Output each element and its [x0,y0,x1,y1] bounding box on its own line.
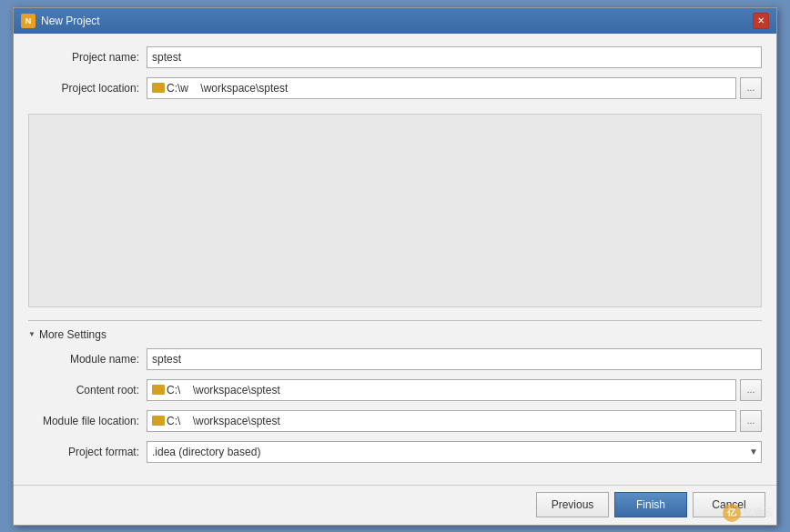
module-name-row: Module name: [28,348,762,370]
module-file-location-browse-button[interactable]: ... [740,410,762,432]
watermark-text: 亿速云 [744,506,774,519]
folder-icon-2 [152,385,165,395]
separator [28,320,762,321]
dialog-container: N New Project ✕ Project name: Project lo… [13,7,777,526]
module-name-input-wrapper [147,348,762,370]
project-name-input[interactable] [147,46,762,68]
previous-button[interactable]: Previous [536,492,609,517]
project-location-value: C:\w \workspace\sptest [167,82,288,95]
content-root-label: Content root: [28,384,147,396]
module-file-location-input-wrapper: C:\ \workspace\sptest ... [147,410,762,432]
more-settings-header[interactable]: ▼ More Settings [28,328,762,341]
project-format-select[interactable]: .idea (directory based) .ipr (file based… [147,441,762,463]
project-name-input-wrapper [147,46,762,68]
project-format-row: Project format: .idea (directory based) … [28,441,762,463]
dialog-footer: Previous Finish Cancel [14,485,776,525]
project-name-row: Project name: [28,46,762,68]
module-file-location-input[interactable]: C:\ \workspace\sptest [147,410,736,432]
content-root-input[interactable]: C:\ \workspace\sptest [147,379,736,401]
project-location-input-wrapper: C:\w \workspace\sptest ... [147,77,762,99]
dialog-icon: N [21,14,35,28]
module-file-location-value: C:\ \workspace\sptest [167,415,280,427]
content-root-input-wrapper: C:\ \workspace\sptest ... [147,379,762,401]
watermark: 亿 亿速云 [723,504,774,522]
project-format-dropdown-wrapper: .idea (directory based) .ipr (file based… [147,441,762,463]
module-name-label: Module name: [28,353,147,366]
new-project-dialog: N New Project ✕ Project name: Project lo… [13,7,777,526]
project-format-select-wrapper: .idea (directory based) .ipr (file based… [147,441,762,463]
title-bar: N New Project ✕ [14,8,776,34]
content-root-value: C:\ \workspace\sptest [167,384,280,396]
close-button[interactable]: ✕ [753,13,769,29]
dialog-body: Project name: Project location: C:\w \wo… [14,34,776,485]
more-settings-section: ▼ More Settings Module name: Content roo… [28,313,762,472]
more-settings-label: More Settings [39,328,106,341]
project-format-label: Project format: [28,446,147,458]
project-name-label: Project name: [28,51,147,64]
watermark-icon: 亿 [723,504,741,522]
project-location-row: Project location: C:\w \workspace\sptest… [28,77,762,99]
project-location-browse-button[interactable]: ... [740,77,762,99]
collapse-arrow-icon: ▼ [28,330,35,338]
folder-icon-3 [152,416,165,426]
project-location-label: Project location: [28,82,147,95]
module-file-location-label: Module file location: [28,415,147,427]
dialog-title: New Project [41,15,100,27]
finish-button[interactable]: Finish [614,492,687,517]
empty-content-area [28,114,762,307]
module-file-location-row: Module file location: C:\ \workspace\spt… [28,410,762,432]
module-name-input[interactable] [147,348,762,370]
content-root-browse-button[interactable]: ... [740,379,762,401]
content-root-row: Content root: C:\ \workspace\sptest ... [28,379,762,401]
project-location-input[interactable]: C:\w \workspace\sptest [147,77,736,99]
title-bar-left: N New Project [21,14,100,28]
folder-icon [152,83,165,93]
